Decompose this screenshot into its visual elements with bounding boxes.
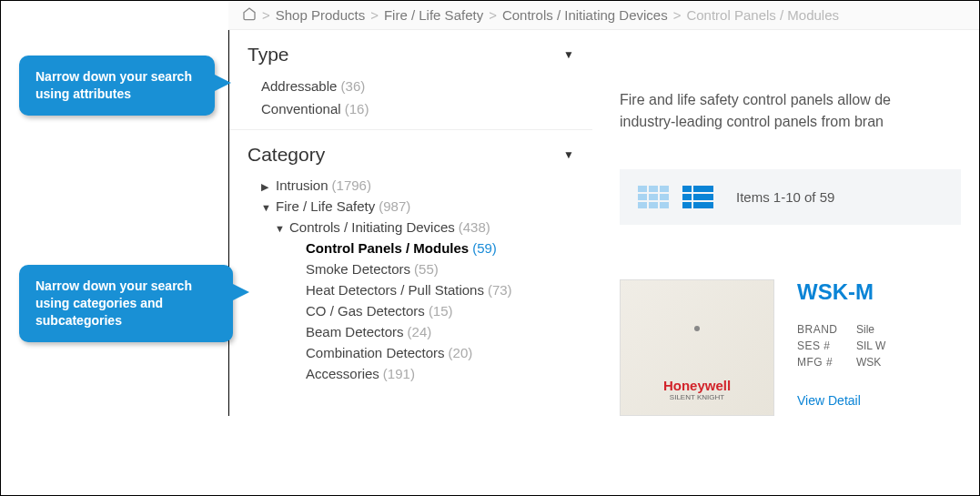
tree-item-label: Fire / Life Safety — [276, 198, 375, 214]
chevron-right-icon: > — [673, 7, 682, 23]
home-icon[interactable] — [242, 6, 257, 24]
tree-item-label: Beam Detectors — [306, 324, 404, 339]
list-view-icon[interactable] — [682, 186, 713, 208]
tree-item-label: Control Panels / Modules — [306, 240, 469, 256]
tree-item-count: (59) — [472, 240, 497, 256]
tree-item[interactable]: CO / Gas Detectors (15) — [248, 300, 574, 321]
tree-item[interactable]: ▶Intrusion (1796) — [248, 175, 574, 196]
facet-title: Type — [248, 44, 289, 66]
breadcrumb-item[interactable]: Shop Products — [276, 7, 365, 23]
breadcrumb-current: Control Panels / Modules — [686, 7, 839, 23]
tree-item-count: (191) — [383, 366, 415, 381]
tree-item[interactable]: ▼Controls / Initiating Devices (438) — [248, 217, 574, 238]
spec-value: SIL W — [856, 339, 885, 352]
facet-item-conventional[interactable]: Conventional (16) — [248, 97, 574, 120]
tree-item[interactable]: Heat Detectors / Pull Stations (73) — [248, 279, 574, 300]
tree-item-label: Heat Detectors / Pull Stations — [306, 282, 484, 298]
facet-title: Category — [248, 144, 325, 166]
spec-row: SES #SIL W — [797, 338, 961, 354]
tree-item[interactable]: Combination Detectors (20) — [248, 342, 574, 363]
tree-item-count: (987) — [379, 198, 410, 214]
facet-item-count: (16) — [345, 101, 369, 116]
tree-item-count: (438) — [459, 219, 490, 235]
category-description: Fire and life safety control panels allo… — [620, 89, 961, 133]
spec-key: SES # — [797, 339, 843, 352]
spec-row: MFG #WSK — [797, 354, 961, 370]
chevron-right-icon: > — [262, 7, 270, 23]
facet-category: Category ▼ ▶Intrusion (1796)▼Fire / Life… — [229, 130, 592, 393]
caret-down-icon: ▼ — [563, 148, 574, 161]
view-detail-link[interactable]: View Detail — [797, 393, 861, 408]
breadcrumb: > Shop Products > Fire / Life Safety > C… — [228, 1, 979, 30]
chevron-right-icon: > — [370, 7, 379, 23]
tree-item[interactable]: Accessories (191) — [248, 363, 574, 384]
listing-toolbar: Items 1-10 of 59 — [620, 169, 961, 225]
spec-key: MFG # — [797, 356, 843, 369]
tree-item-label: Smoke Detectors — [306, 261, 410, 277]
facet-category-header[interactable]: Category ▼ — [248, 144, 574, 166]
facet-type: Type ▼ Addressable (36) Conventional (16… — [229, 30, 592, 130]
caret-down-icon: ▼ — [563, 48, 574, 61]
tree-item[interactable]: Control Panels / Modules (59) — [248, 238, 574, 258]
facet-item-count: (36) — [341, 78, 366, 94]
desc-line: industry-leading control panels from bra… — [620, 114, 884, 129]
breadcrumb-item[interactable]: Controls / Initiating Devices — [502, 7, 668, 23]
facet-type-header[interactable]: Type ▼ — [248, 44, 574, 66]
tree-item-label: Intrusion — [276, 177, 328, 193]
facet-item-label: Addressable — [261, 78, 337, 94]
facet-item-addressable[interactable]: Addressable (36) — [248, 75, 574, 97]
tree-item-label: CO / Gas Detectors — [306, 303, 425, 319]
tree-item-count: (1796) — [332, 177, 371, 193]
brand-logo: Honeywell — [663, 378, 731, 393]
caret-down-icon: ▼ — [275, 223, 286, 234]
tree-item[interactable]: Smoke Detectors (55) — [248, 258, 574, 279]
tree-item-label: Controls / Initiating Devices — [289, 219, 455, 235]
chevron-right-icon: > — [489, 7, 497, 23]
caret-down-icon: ▼ — [261, 202, 272, 213]
product-image[interactable]: Honeywell SILENT KNIGHT — [620, 279, 774, 416]
callout-categories: Narrow down your search using categories… — [19, 265, 233, 342]
grid-view-icon[interactable] — [638, 186, 669, 208]
tree-item-label: Accessories — [306, 366, 379, 381]
tree-item-label: Combination Detectors — [306, 345, 445, 360]
spec-value: Sile — [856, 323, 874, 336]
tree-item-count: (73) — [488, 282, 512, 298]
brand-subtext: SILENT KNIGHT — [663, 393, 731, 401]
desc-line: Fire and life safety control panels allo… — [620, 92, 891, 107]
spec-row: BRANDSile — [797, 321, 961, 338]
tree-item[interactable]: ▼Fire / Life Safety (987) — [248, 196, 574, 217]
breadcrumb-item[interactable]: Fire / Life Safety — [384, 7, 483, 23]
facet-item-label: Conventional — [261, 101, 341, 116]
product-card: Honeywell SILENT KNIGHT WSK-M BRANDSileS… — [620, 279, 961, 416]
product-title[interactable]: WSK-M — [797, 279, 961, 305]
spec-key: BRAND — [797, 323, 843, 336]
tree-item-count: (24) — [408, 324, 432, 339]
tree-item-count: (55) — [414, 261, 439, 277]
caret-right-icon: ▶ — [261, 181, 272, 193]
items-count: Items 1-10 of 59 — [736, 189, 834, 205]
tree-item-count: (20) — [449, 345, 473, 360]
callout-attributes: Narrow down your search using attributes — [19, 56, 215, 116]
tree-item-count: (15) — [429, 303, 453, 319]
spec-value: WSK — [856, 356, 881, 369]
tree-item[interactable]: Beam Detectors (24) — [248, 321, 574, 342]
